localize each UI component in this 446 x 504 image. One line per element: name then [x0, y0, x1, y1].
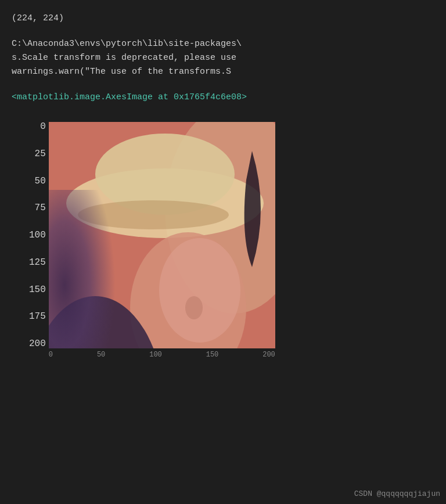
- x-label-200: 200: [262, 351, 275, 359]
- plot-area: 0 25 50 75 100 125 150 175 200: [29, 122, 275, 359]
- y-label-200: 200: [29, 339, 46, 348]
- tuple-output: (224, 224): [12, 12, 434, 26]
- axes-image-output: <matplotlib.image.AxesImage at 0x1765f4c…: [12, 91, 434, 105]
- x-axis: 0 50 100 150 200: [49, 348, 275, 359]
- x-label-50: 50: [97, 351, 105, 359]
- image-frame: 0 50 100 150 200: [49, 122, 275, 359]
- y-label-175: 175: [29, 312, 46, 321]
- tuple-value: (224, 224): [12, 12, 434, 26]
- y-label-75: 75: [35, 203, 46, 213]
- y-label-150: 150: [29, 285, 46, 294]
- notebook-output: (224, 224) C:\Anaconda3\envs\pytorch\lib…: [0, 0, 446, 382]
- watermark: CSDN @qqqqqqqjiajun: [354, 489, 440, 498]
- svg-point-8: [159, 238, 240, 343]
- warning-output: C:\Anaconda3\envs\pytorch\lib\site-packa…: [12, 37, 434, 79]
- x-label-100: 100: [149, 351, 162, 359]
- warning-path: C:\Anaconda3\envs\pytorch\lib\site-packa…: [12, 37, 434, 51]
- lena-image: [49, 122, 275, 348]
- y-label-25: 25: [35, 149, 46, 159]
- y-label-0: 0: [40, 122, 46, 131]
- y-axis: 0 25 50 75 100 125 150 175 200: [29, 122, 49, 348]
- warning-msg: s.Scale transform is deprecated, please …: [12, 51, 434, 65]
- y-label-125: 125: [29, 258, 46, 267]
- warning-detail: warnings.warn("The use of the transforms…: [12, 65, 434, 79]
- y-label-100: 100: [29, 231, 46, 240]
- svg-point-4: [78, 200, 229, 229]
- axes-image-suffix: >: [242, 92, 247, 102]
- x-label-150: 150: [206, 351, 219, 359]
- svg-point-9: [185, 296, 203, 319]
- plot-container: 0 25 50 75 100 125 150 175 200: [29, 122, 434, 359]
- y-label-50: 50: [35, 177, 46, 186]
- x-label-0: 0: [49, 351, 53, 359]
- axes-image-text: <matplotlib.image.AxesImage at 0x1765f4c…: [12, 92, 242, 102]
